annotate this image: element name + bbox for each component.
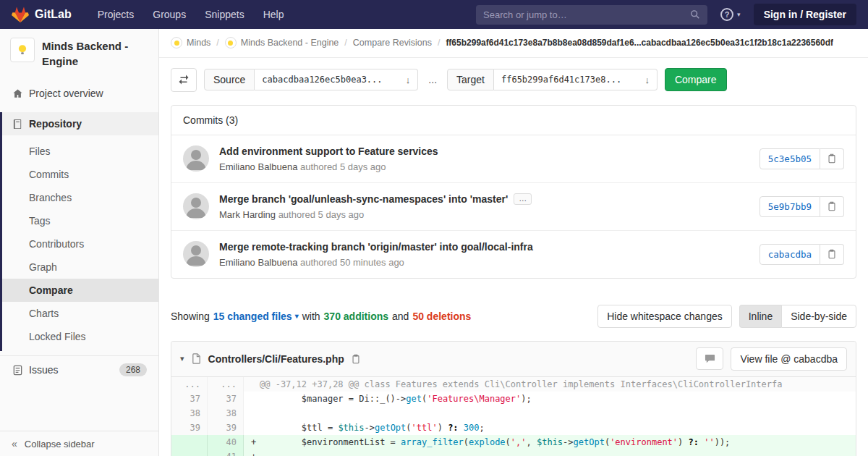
expand-commit-description-button[interactable]: … (514, 193, 532, 205)
commit-info: Merge branch 'goal/unleash-sync-namespac… (219, 193, 748, 220)
group-avatar (171, 37, 182, 48)
nav-projects[interactable]: Projects (98, 9, 135, 20)
diff-line-content: $ttl = $this->getOpt('ttl') ?: 300; (244, 421, 856, 435)
sidebar-item-commits[interactable]: Commits (2, 163, 158, 186)
new-line-number[interactable]: 37 (208, 392, 244, 406)
sidebar-item-branches[interactable]: Branches (2, 186, 158, 209)
old-line-number[interactable]: 37 (171, 392, 208, 406)
avatar[interactable] (183, 241, 209, 267)
copy-file-path-icon[interactable] (351, 354, 361, 364)
copy-sha-button[interactable] (820, 148, 844, 169)
diff-line-content: $manager = Di::_()->get('Features\Manage… (244, 392, 856, 406)
sidebar-item-label: Issues (29, 364, 58, 376)
diff-line-content (244, 406, 856, 421)
breadcrumb-group-label: Minds (187, 38, 210, 48)
new-line-number[interactable]: 39 (208, 421, 244, 435)
nav-snippets[interactable]: Snippets (205, 9, 244, 20)
commit-sha-link[interactable]: 5c3e5b05 (760, 148, 820, 169)
commit-author[interactable]: Mark Harding (219, 209, 276, 220)
code-tokens: $manager = Di::_()->get('Features\Manage… (260, 394, 532, 404)
commit-sha-group: 5e9b7bb9 (760, 196, 844, 217)
new-line-number[interactable]: 40 (208, 435, 244, 449)
global-search[interactable] (476, 5, 707, 25)
help-dropdown[interactable]: ? ▾ (720, 8, 741, 21)
commit-author[interactable]: Emiliano Balbuena (219, 257, 297, 268)
collapse-label: Collapse sidebar (25, 439, 95, 449)
clipboard-icon (827, 249, 837, 259)
commit-title-link[interactable]: Merge branch 'goal/unleash-sync-namespac… (219, 193, 748, 205)
view-file-button[interactable]: View file @ cabacdba (731, 347, 847, 371)
gitlab-wordmark: GitLab (35, 8, 72, 21)
new-line-number[interactable]: 38 (208, 406, 244, 421)
top-nav: Projects Groups Snippets Help (98, 9, 284, 20)
diff-line: 39 39 $ttl = $this->getOpt('ttl') ?: 300… (171, 421, 856, 435)
diff-sign: + (251, 435, 260, 449)
breadcrumb-page[interactable]: Compare Revisions (353, 38, 432, 48)
sign-in-register-button[interactable]: Sign in / Register (754, 4, 856, 25)
project-avatar (10, 38, 35, 62)
commit-sha-link[interactable]: 5e9b7bb9 (760, 196, 820, 217)
new-line-number[interactable]: ... (208, 377, 244, 392)
diff-line-content: + $environmentList = array_filter(explod… (244, 435, 856, 449)
old-line-number[interactable] (171, 435, 208, 449)
breadcrumb: Minds / Minds Backend - Engine / Compare… (159, 29, 868, 58)
sidebar-item-contributors[interactable]: Contributors (2, 232, 158, 256)
inline-view-button[interactable]: Inline (739, 305, 781, 328)
collapse-diff-icon[interactable]: ▾ (180, 354, 184, 363)
gitlab-logo[interactable]: GitLab (12, 6, 72, 23)
page-content: Minds / Minds Backend - Engine / Compare… (159, 29, 868, 456)
sidebar-item-files[interactable]: Files (2, 140, 158, 163)
breadcrumb-group[interactable]: Minds (171, 37, 210, 48)
nav-groups[interactable]: Groups (153, 9, 186, 20)
diff-file-name[interactable]: Controllers/Cli/Features.php (208, 353, 344, 365)
breadcrumb-project[interactable]: Minds Backend - Engine (225, 37, 339, 48)
commit-sha-group: 5c3e5b05 (760, 148, 844, 169)
toggle-comments-button[interactable] (696, 347, 723, 370)
collapse-sidebar-button[interactable]: « Collapse sidebar (0, 431, 158, 456)
target-ref-value: ff65b299af6d41c173e8... (501, 75, 639, 85)
code-tokens: $environmentList = array_filter(explode(… (260, 437, 730, 447)
diff-view-toggle: Inline Side-by-side (739, 305, 856, 328)
sidebar-item-tags[interactable]: Tags (2, 209, 158, 232)
changed-files-dropdown[interactable]: 15 changed files ▾ (213, 311, 299, 322)
new-line-number[interactable]: 41 (208, 449, 244, 456)
copy-sha-button[interactable] (820, 196, 844, 217)
old-line-number[interactable] (171, 449, 208, 456)
old-line-number[interactable]: 38 (171, 406, 208, 421)
sidebar-item-locked-files[interactable]: Locked Files (2, 325, 158, 348)
commit-author[interactable]: Emiliano Balbuena (219, 161, 297, 172)
side-by-side-view-button[interactable]: Side-by-side (781, 305, 856, 328)
source-ref-dropdown[interactable]: cabacdbaa126ec5b0ea3... ↓ (255, 69, 418, 90)
hide-whitespace-button[interactable]: Hide whitespace changes (597, 305, 732, 328)
diff-table: ... ... @@ -37,12 +37,28 @@ class Featur… (171, 377, 856, 456)
swap-revisions-button[interactable] (171, 68, 197, 92)
diff-line: 38 38 (171, 406, 856, 421)
old-line-number[interactable]: 39 (171, 421, 208, 435)
commit-title-link[interactable]: Add environment support to Feature servi… (219, 145, 748, 157)
sidebar-item-charts[interactable]: Charts (2, 302, 158, 325)
sidebar-item-repository[interactable]: Repository (2, 112, 158, 135)
avatar[interactable] (183, 145, 209, 172)
swap-icon (178, 74, 190, 85)
target-ref-dropdown[interactable]: ff65b299af6d41c173e8... ↓ (494, 69, 658, 90)
commit-sha-link[interactable]: cabacdba (760, 244, 820, 265)
sidebar-item-project-overview[interactable]: Project overview (0, 82, 158, 105)
nav-help[interactable]: Help (263, 9, 284, 20)
changes-summary: Showing 15 changed files ▾ with 370 addi… (171, 311, 471, 322)
sidebar-item-issues[interactable]: Issues 268 (0, 355, 158, 384)
commit-title-link[interactable]: Merge remote-tracking branch 'origin/mas… (219, 241, 748, 253)
old-line-number[interactable]: ... (171, 377, 208, 392)
sidebar-section-label: Repository (29, 118, 82, 130)
commit-info: Merge remote-tracking branch 'origin/mas… (219, 241, 748, 268)
commit-time: authored 50 minutes ago (297, 257, 404, 268)
avatar[interactable] (183, 193, 209, 219)
search-input[interactable] (483, 9, 690, 20)
project-sidebar: Minds Backend - Engine Project overview (0, 29, 159, 456)
compare-button[interactable]: Compare (665, 68, 727, 91)
diff-line-content: + (244, 449, 856, 456)
commit-time: authored 5 days ago (276, 209, 364, 220)
sidebar-item-compare[interactable]: Compare (2, 279, 158, 302)
copy-sha-button[interactable] (820, 244, 844, 265)
project-header[interactable]: Minds Backend - Engine (0, 29, 158, 77)
sidebar-item-graph[interactable]: Graph (2, 256, 158, 279)
